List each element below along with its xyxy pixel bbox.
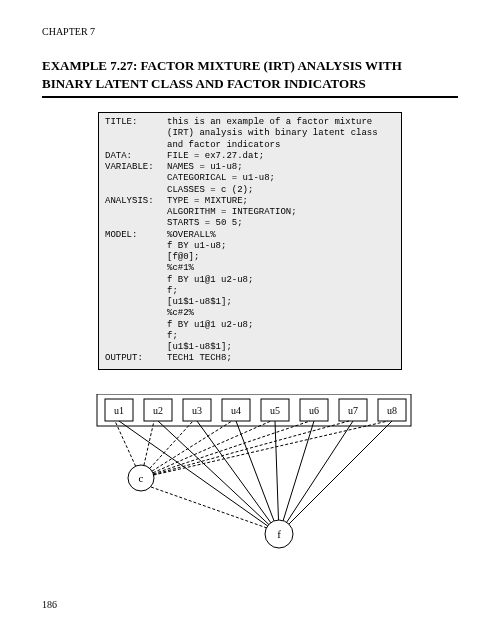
syntax-value: %c#2% [167,308,395,319]
syntax-key [105,128,167,139]
syntax-value: CLASSES = c (2); [167,185,395,196]
syntax-line: f BY u1@1 u2-u8; [105,275,395,286]
syntax-line: TITLE:this is an example of a factor mix… [105,117,395,128]
indicator-label: u8 [387,405,397,416]
class-indicator-line [154,421,349,475]
page: CHAPTER 7 EXAMPLE 7.27: FACTOR MIXTURE (… [0,0,500,638]
indicator-label: u7 [348,405,358,416]
syntax-key [105,331,167,342]
syntax-value: %OVERALL% [167,230,395,241]
syntax-key [105,252,167,263]
syntax-line: ALGORITHM = INTEGRATION; [105,207,395,218]
path-diagram: u1u2u3u4u5u6u7u8 c f [85,394,415,559]
syntax-value: this is an example of a factor mixture [167,117,395,128]
syntax-key [105,342,167,353]
title-line-2: BINARY LATENT CLASS AND FACTOR INDICATOR… [42,76,366,91]
syntax-key [105,320,167,331]
syntax-line: ANALYSIS:TYPE = MIXTURE; [105,196,395,207]
indicator-label: u1 [114,405,124,416]
factor-label: f [277,528,281,540]
factor-loading-line [283,421,314,521]
class-indicator-line [153,421,310,474]
syntax-value: f BY u1-u8; [167,241,395,252]
syntax-key: DATA: [105,151,167,162]
syntax-key [105,218,167,229]
factor-loading-line [236,421,274,521]
syntax-value: f BY u1@1 u2-u8; [167,320,395,331]
syntax-value: TYPE = MIXTURE; [167,196,395,207]
syntax-line: f BY u1-u8; [105,241,395,252]
syntax-line: CLASSES = c (2); [105,185,395,196]
syntax-line: OUTPUT:TECH1 TECH8; [105,353,395,364]
syntax-value: [f@0]; [167,252,395,263]
syntax-value: f; [167,286,395,297]
syntax-value: %c#1% [167,263,395,274]
syntax-line: MODEL:%OVERALL% [105,230,395,241]
syntax-line: [u1$1-u8$1]; [105,342,395,353]
syntax-value: STARTS = 50 5; [167,218,395,229]
syntax-key [105,207,167,218]
syntax-line: DATA:FILE = ex7.27.dat; [105,151,395,162]
syntax-value: [u1$1-u8$1]; [167,297,395,308]
syntax-key: TITLE: [105,117,167,128]
indicator-label: u5 [270,405,280,416]
latent-class-label: c [139,472,144,484]
syntax-key [105,275,167,286]
title-line-1: EXAMPLE 7.27: FACTOR MIXTURE (IRT) ANALY… [42,58,402,73]
syntax-key [105,308,167,319]
syntax-key [105,286,167,297]
syntax-value: f BY u1@1 u2-u8; [167,275,395,286]
syntax-value: FILE = ex7.27.dat; [167,151,395,162]
syntax-key: MODEL: [105,230,167,241]
syntax-value: NAMES = u1-u8; [167,162,395,173]
syntax-line: f; [105,331,395,342]
class-indicator-line [144,421,154,465]
syntax-box: TITLE:this is an example of a factor mix… [98,112,402,370]
syntax-line: %c#1% [105,263,395,274]
syntax-value: TECH1 TECH8; [167,353,395,364]
syntax-key [105,185,167,196]
syntax-line: (IRT) analysis with binary latent class [105,128,395,139]
syntax-line: f BY u1@1 u2-u8; [105,320,395,331]
indicator-label: u3 [192,405,202,416]
syntax-line: f; [105,286,395,297]
syntax-value: and factor indicators [167,140,395,151]
syntax-key [105,173,167,184]
syntax-line: [u1$1-u8$1]; [105,297,395,308]
factor-loading-line [289,421,392,524]
class-indicator-line [115,421,136,466]
syntax-line: [f@0]; [105,252,395,263]
syntax-value: ALGORITHM = INTEGRATION; [167,207,395,218]
factor-loading-line [275,421,279,520]
syntax-value: [u1$1-u8$1]; [167,342,395,353]
class-indicator-line [154,421,388,475]
page-number: 186 [42,599,57,610]
syntax-value: (IRT) analysis with binary latent class [167,128,395,139]
syntax-line: STARTS = 50 5; [105,218,395,229]
chapter-label: CHAPTER 7 [42,26,458,37]
syntax-key [105,140,167,151]
indicator-label: u6 [309,405,319,416]
syntax-line: and factor indicators [105,140,395,151]
title-rule [42,96,458,98]
syntax-value: f; [167,331,395,342]
indicator-label: u4 [231,405,241,416]
syntax-key: VARIABLE: [105,162,167,173]
class-indicator-line [150,421,193,468]
factor-loading-line [287,421,353,522]
syntax-line: CATEGORICAL = u1-u8; [105,173,395,184]
class-indicator-line [153,421,271,473]
syntax-line: VARIABLE:NAMES = u1-u8; [105,162,395,173]
syntax-line: %c#2% [105,308,395,319]
syntax-value: CATEGORICAL = u1-u8; [167,173,395,184]
syntax-key [105,241,167,252]
example-title: EXAMPLE 7.27: FACTOR MIXTURE (IRT) ANALY… [42,57,458,92]
syntax-key: ANALYSIS: [105,196,167,207]
indicator-label: u2 [153,405,163,416]
syntax-key [105,297,167,308]
syntax-key [105,263,167,274]
syntax-key: OUTPUT: [105,353,167,364]
